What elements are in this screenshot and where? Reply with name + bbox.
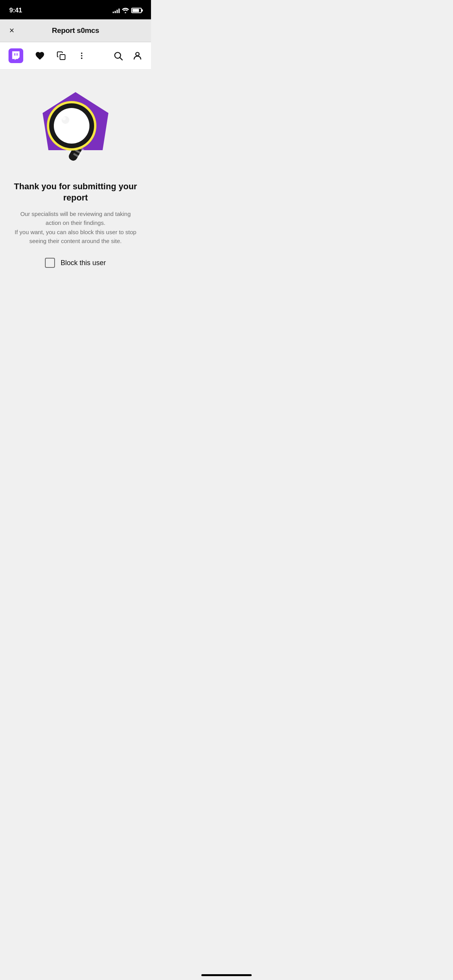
profile-icon (132, 51, 142, 61)
clip-icon (57, 51, 66, 60)
thank-you-body: Our specialists will be reviewing and ta… (14, 209, 137, 245)
close-button[interactable]: × (8, 25, 16, 36)
status-time: 9:41 (9, 7, 22, 14)
block-user-row[interactable]: Block this user (45, 258, 106, 268)
profile-button[interactable] (130, 48, 145, 63)
svg-point-5 (81, 53, 82, 54)
battery-icon (131, 8, 142, 13)
svg-rect-4 (60, 55, 65, 60)
svg-rect-3 (17, 53, 17, 56)
clip-button[interactable] (54, 49, 68, 63)
sheet-header: × Report s0mcs (0, 19, 151, 42)
block-user-label: Block this user (60, 259, 106, 267)
top-nav (0, 42, 151, 70)
nav-right (111, 48, 145, 63)
status-icons (113, 8, 142, 13)
status-bar: 9:41 (0, 0, 151, 19)
body-text-2: If you want, you can also block this use… (15, 229, 136, 244)
report-illustration (33, 85, 118, 170)
more-dots-icon (77, 51, 86, 60)
heart-icon (35, 51, 45, 61)
twitch-logo-icon (9, 48, 23, 63)
thank-you-title: Thank you for submitting your report (12, 181, 139, 203)
body-text-1: Our specialists will be reviewing and ta… (20, 211, 130, 226)
twitch-logo-button[interactable] (6, 46, 26, 65)
svg-rect-2 (14, 53, 15, 56)
main-content: Thank you for submitting your report Our… (0, 70, 151, 321)
follow-button[interactable] (33, 48, 47, 63)
wifi-icon (122, 8, 129, 13)
sheet-title: Report s0mcs (52, 26, 99, 35)
svg-line-9 (120, 58, 122, 60)
more-options-button[interactable] (75, 49, 88, 62)
svg-point-19 (62, 117, 66, 120)
block-user-checkbox[interactable] (45, 258, 55, 268)
search-icon (113, 51, 123, 61)
svg-point-6 (81, 55, 82, 57)
svg-point-7 (81, 58, 82, 59)
svg-point-17 (54, 108, 89, 144)
svg-point-10 (136, 52, 139, 56)
search-button[interactable] (111, 48, 125, 63)
signal-icon (113, 8, 120, 13)
svg-point-0 (125, 12, 126, 13)
